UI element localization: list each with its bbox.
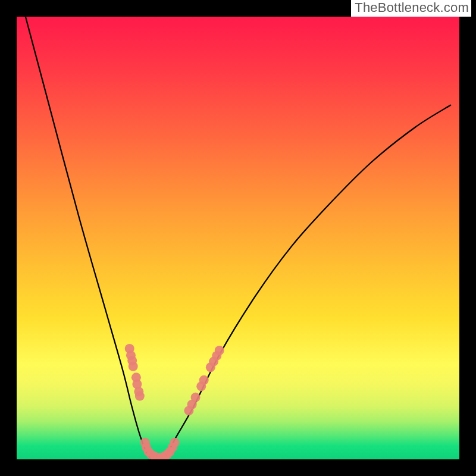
gradient-background bbox=[17, 17, 459, 459]
marker-dot bbox=[199, 375, 209, 385]
marker-dot bbox=[215, 346, 224, 355]
chart-svg bbox=[17, 17, 459, 459]
marker-dot bbox=[135, 392, 145, 401]
plot-area bbox=[17, 17, 459, 459]
marker-dot bbox=[191, 393, 201, 402]
chart-frame: TheBottleneck.com bbox=[0, 0, 476, 476]
marker-dot bbox=[170, 438, 180, 447]
watermark-label: TheBottleneck.com bbox=[351, 0, 471, 17]
marker-dot bbox=[129, 362, 138, 371]
